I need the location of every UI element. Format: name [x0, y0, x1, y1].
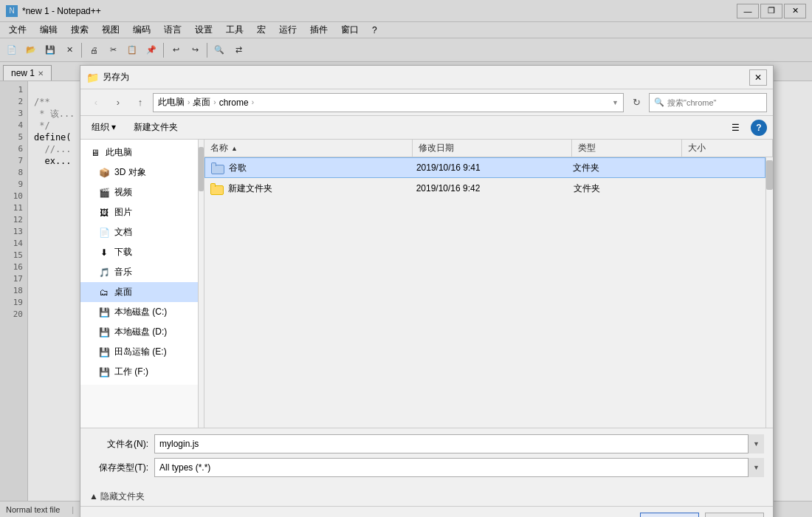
sidebar-label-work: 工作 (F:) [114, 366, 148, 378]
organize-label: 组织 ▾ [92, 121, 116, 134]
col-header-size[interactable]: 大小 [682, 140, 773, 157]
tiandao-icon: 💾 [98, 346, 110, 358]
view-toggle-button[interactable]: ☰ [726, 118, 745, 137]
downloads-icon: ⬇ [98, 247, 110, 258]
filetype-input-wrap: ▼ [154, 458, 764, 477]
help-button[interactable]: ? [751, 120, 767, 136]
local-d-icon: 💾 [98, 326, 110, 338]
col-header-name[interactable]: 名称 ▲ [204, 140, 413, 157]
video-icon: 🎬 [98, 187, 110, 199]
sidebar-label-pictures: 图片 [114, 206, 132, 219]
dialog-overlay: 📁 另存为 ✕ ‹ › ↑ 此电脑 › 桌面 › chrome › ▼ ↻ 🔍 [0, 0, 812, 517]
sidebar-label-desktop: 桌面 [114, 286, 132, 298]
sidebar-item-tiandao[interactable]: 💾 田岛运输 (E:) [80, 342, 198, 362]
folder-icon-google [211, 162, 224, 173]
filename-dropdown-btn[interactable]: ▼ [748, 434, 764, 453]
file-name-newfolder: 新建文件夹 [228, 182, 272, 195]
file-name-google: 谷歌 [229, 162, 247, 174]
filename-input[interactable] [154, 434, 764, 453]
col-date-label: 修改日期 [419, 142, 454, 154]
filelist-scroll-thumb[interactable] [766, 160, 773, 190]
search-input[interactable] [667, 98, 756, 107]
nav-back-button[interactable]: ‹ [86, 93, 106, 112]
sidebar-label-video: 视频 [114, 186, 132, 199]
sidebar-label-downloads: 下载 [114, 246, 132, 258]
file-date-google: 2019/10/16 9:41 [410, 162, 567, 173]
search-box[interactable]: 🔍 [649, 93, 767, 112]
file-cell-name-newfolder: 新建文件夹 [204, 182, 410, 195]
filename-input-wrap: ▼ [154, 434, 764, 453]
filelist-header: 名称 ▲ 修改日期 类型 大小 [204, 140, 773, 157]
file-type-newfolder: 文件夹 [568, 182, 676, 195]
sidebar-item-documents[interactable]: 📄 文档 [80, 222, 198, 242]
sidebar-item-desktop[interactable]: 🗂 桌面 [80, 282, 198, 302]
breadcrumb-dropdown-icon[interactable]: ▼ [612, 99, 619, 106]
new-folder-label: 新建文件夹 [134, 121, 178, 134]
breadcrumb-chrome[interactable]: chrome [219, 97, 249, 108]
col-type-label: 类型 [578, 142, 596, 154]
breadcrumb-bar[interactable]: 此电脑 › 桌面 › chrome › ▼ [153, 93, 624, 112]
computer-icon: 🖥 [89, 147, 101, 159]
dialog-title-icon: 📁 [86, 72, 98, 83]
dialog-form: 文件名(N): ▼ 保存类型(T): ▼ [80, 428, 773, 487]
music-icon: 🎵 [98, 267, 110, 278]
sidebar-item-pictures[interactable]: 🖼 图片 [80, 202, 198, 222]
refresh-button[interactable]: ↻ [627, 93, 646, 112]
sidebar-scroll-thumb[interactable] [199, 147, 204, 191]
dialog-titlebar: 📁 另存为 ✕ [80, 66, 773, 89]
dialog-sidebar: 🖥 此电脑 📦 3D 对象 🎬 视频 🖼 图片 [80, 140, 199, 385]
sidebar-label-local-d: 本地磁盘 (D:) [114, 326, 167, 338]
col-header-date[interactable]: 修改日期 [413, 140, 572, 157]
file-rows-wrap: 谷歌 2019/10/16 9:41 文件夹 [204, 157, 773, 428]
hide-files-label: ▲ 隐藏文件夹 [89, 490, 145, 503]
pictures-icon: 🖼 [98, 207, 110, 219]
nav-forward-button[interactable]: › [109, 93, 128, 112]
breadcrumb-computer[interactable]: 此电脑 [158, 96, 185, 109]
dialog-buttons: 保存(S) 取消 [80, 506, 773, 517]
breadcrumb-sep3: › [252, 98, 254, 106]
organize-button[interactable]: 组织 ▾ [86, 118, 121, 137]
dialog-close-button[interactable]: ✕ [749, 69, 767, 86]
sidebar-label-computer: 此电脑 [106, 146, 132, 159]
folder-icon-newfolder [210, 183, 224, 194]
sidebar-item-downloads[interactable]: ⬇ 下载 [80, 242, 198, 262]
col-header-type[interactable]: 类型 [572, 140, 682, 157]
file-list-area: 名称 ▲ 修改日期 类型 大小 [204, 140, 773, 428]
3d-icon: 📦 [98, 167, 110, 179]
save-as-dialog: 📁 另存为 ✕ ‹ › ↑ 此电脑 › 桌面 › chrome › ▼ ↻ 🔍 [80, 65, 774, 517]
file-rows: 谷歌 2019/10/16 9:41 文件夹 [204, 157, 765, 428]
save-button[interactable]: 保存(S) [640, 513, 699, 517]
search-icon: 🔍 [654, 97, 664, 107]
sidebar-item-computer[interactable]: 🖥 此电脑 [80, 143, 198, 162]
col-size-label: 大小 [688, 142, 706, 154]
sidebar-item-3d[interactable]: 📦 3D 对象 [80, 162, 198, 182]
sidebar-label-tiandao: 田岛运输 (E:) [114, 346, 167, 358]
col-name-label: 名称 [210, 142, 228, 154]
cancel-button[interactable]: 取消 [705, 513, 764, 517]
sidebar-item-work[interactable]: 💾 工作 (F:) [80, 362, 198, 382]
filetype-dropdown-btn[interactable]: ▼ [748, 458, 764, 477]
filetype-label: 保存类型(T): [89, 462, 148, 474]
hide-files-row[interactable]: ▲ 隐藏文件夹 [80, 487, 773, 506]
filename-row: 文件名(N): ▼ [89, 434, 764, 453]
file-row-newfolder[interactable]: 新建文件夹 2019/10/16 9:42 文件夹 [204, 178, 765, 199]
sidebar-item-local-d[interactable]: 💾 本地磁盘 (D:) [80, 322, 198, 342]
desktop-icon: 🗂 [98, 287, 110, 298]
filelist-scrollbar[interactable] [765, 157, 773, 428]
sidebar-item-music[interactable]: 🎵 音乐 [80, 262, 198, 282]
sidebar-item-video[interactable]: 🎬 视频 [80, 182, 198, 202]
filename-label: 文件名(N): [89, 438, 148, 451]
dialog-nav: ‹ › ↑ 此电脑 › 桌面 › chrome › ▼ ↻ 🔍 [80, 89, 773, 116]
nav-up-button[interactable]: ↑ [131, 93, 150, 112]
sidebar-scrollbar[interactable] [198, 140, 204, 428]
breadcrumb-sep1: › [187, 98, 190, 106]
file-date-newfolder: 2019/10/16 9:42 [410, 183, 568, 194]
breadcrumb-desktop[interactable]: 桌面 [193, 96, 210, 109]
sidebar-item-local-c[interactable]: 💾 本地磁盘 (C:) [80, 302, 198, 322]
sort-asc-icon: ▲ [231, 145, 238, 152]
sidebar-label-documents: 文档 [114, 226, 132, 239]
file-row-google[interactable]: 谷歌 2019/10/16 9:41 文件夹 [204, 157, 765, 178]
local-c-icon: 💾 [98, 307, 110, 318]
new-folder-button[interactable]: 新建文件夹 [127, 118, 185, 137]
filetype-input[interactable] [154, 458, 764, 477]
